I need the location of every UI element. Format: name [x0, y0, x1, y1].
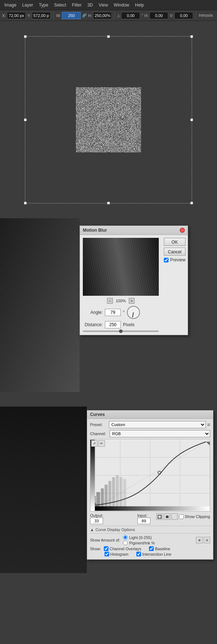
- handle-mid-right[interactable]: [190, 118, 193, 121]
- menu-3d[interactable]: 3D: [84, 0, 95, 10]
- v-label: V:: [170, 13, 173, 18]
- channel-overlays-label: Channel Overlays: [110, 547, 141, 551]
- curve-display-options-row[interactable]: ▲ Curve Display Options: [90, 527, 210, 532]
- show-clipping-label: Show Clipping: [185, 514, 210, 519]
- grid-large-button[interactable]: ⊟: [204, 537, 210, 543]
- preset-row: Preset: Custom ≡: [90, 421, 210, 428]
- angle-field: △: [117, 12, 140, 19]
- svg-rect-18: [95, 506, 210, 511]
- menu-bar: Image Layer Type Select Filter 3D View W…: [0, 0, 217, 10]
- preset-select[interactable]: Custom: [109, 421, 206, 428]
- preset-label: Preset:: [90, 422, 107, 427]
- distance-slider[interactable]: [83, 331, 159, 332]
- motion-blur-preview-image: [83, 238, 159, 296]
- light-radio[interactable]: [123, 535, 128, 540]
- curve-display-options-label: Curve Display Options: [95, 527, 135, 532]
- curves-title: Curves: [90, 412, 105, 417]
- menu-filter[interactable]: Filter: [69, 0, 85, 10]
- menu-help[interactable]: Help: [132, 0, 147, 10]
- input-value-input[interactable]: [137, 518, 150, 524]
- show-label: Show:: [90, 547, 102, 551]
- output-value-input[interactable]: [90, 518, 103, 524]
- histogram-checkbox[interactable]: [105, 552, 109, 556]
- separator-2: [90, 533, 210, 534]
- curve-draw-tool[interactable]: ✏: [98, 440, 105, 447]
- handle-top-right[interactable]: [190, 35, 193, 38]
- h2-field: H:: [144, 12, 168, 19]
- menu-view[interactable]: View: [96, 0, 111, 10]
- curve-select-tool[interactable]: ↗: [91, 440, 98, 447]
- output-box: Output:: [90, 513, 103, 524]
- center-crosshair: [107, 118, 110, 122]
- motion-blur-title: Motion Blur: [83, 228, 107, 233]
- preview-zoom-controls: − 100% +: [83, 298, 159, 304]
- handle-bottom-left[interactable]: [24, 202, 27, 205]
- zoom-in-button[interactable]: +: [129, 298, 135, 304]
- pixels-label: Pixels: [123, 322, 135, 327]
- h2-input[interactable]: [149, 12, 168, 19]
- show-amount-label: Show Amount of:: [90, 538, 120, 542]
- angle-input[interactable]: [121, 12, 140, 19]
- histogram-checkbox-item: Histogram: [105, 552, 128, 556]
- output-input-section: Output: Input: 🔲 🔳 ⬜ Show Clipping: [90, 513, 210, 524]
- curves-dialog: Curves Preset: Custom ≡ Channel: RGB: [87, 410, 213, 560]
- distance-value-input[interactable]: [105, 321, 121, 328]
- transform-bounding-box[interactable]: [25, 36, 192, 203]
- h-input[interactable]: [93, 12, 112, 19]
- angle-icon: △: [117, 13, 120, 17]
- baseline-checkbox[interactable]: [149, 546, 154, 551]
- curves-graph[interactable]: ↗ ✏: [90, 439, 210, 512]
- input-label: Input:: [137, 513, 148, 518]
- angle-value-input[interactable]: [105, 309, 121, 316]
- motion-blur-preview-area: [83, 238, 159, 296]
- motion-blur-close-button[interactable]: [180, 228, 185, 233]
- curves-title-bar: Curves: [87, 411, 213, 419]
- handle-mid-left[interactable]: [24, 118, 27, 121]
- degree-symbol-1: °: [141, 13, 143, 17]
- curves-background-image: [0, 407, 87, 573]
- preview-checkbox[interactable]: [164, 258, 169, 262]
- motion-blur-area: Motion Blur − 100% + Angle:: [0, 218, 217, 407]
- distance-slider-container: [83, 331, 159, 332]
- intersection-checkbox[interactable]: [136, 552, 141, 556]
- h-field: H:: [88, 12, 112, 19]
- handle-top-center[interactable]: [107, 35, 110, 38]
- eyedropper-black-point[interactable]: 🔲: [156, 513, 163, 520]
- options-icon[interactable]: ≡: [207, 422, 210, 428]
- histogram-label: Histogram: [110, 552, 128, 556]
- menu-window[interactable]: Window: [111, 0, 132, 10]
- channel-overlays-checkbox[interactable]: [104, 546, 109, 551]
- grid-small-button[interactable]: ⊞: [196, 537, 203, 543]
- v-input[interactable]: [174, 12, 193, 19]
- svg-rect-14: [116, 475, 119, 511]
- eyedropper-gray-point[interactable]: 🔳: [164, 513, 170, 520]
- y-input[interactable]: [32, 12, 51, 19]
- ok-button[interactable]: OK: [164, 238, 186, 246]
- x-input[interactable]: [7, 12, 26, 19]
- angle-needle: [132, 312, 134, 317]
- menu-select[interactable]: Select: [51, 0, 69, 10]
- zoom-out-button[interactable]: −: [107, 298, 113, 304]
- menu-layer[interactable]: Layer: [19, 0, 36, 10]
- show-clipping-checkbox[interactable]: [179, 514, 184, 519]
- menu-image[interactable]: Image: [1, 0, 19, 10]
- channel-overlays-checkbox-item: Channel Overlays: [104, 546, 141, 551]
- menu-type[interactable]: Type: [36, 0, 51, 10]
- eyedropper-white-point[interactable]: ⬜: [171, 513, 178, 520]
- channel-select[interactable]: RGB: [110, 430, 210, 437]
- w-input[interactable]: [62, 12, 81, 19]
- pigment-radio[interactable]: [123, 540, 128, 545]
- svg-rect-13: [112, 477, 115, 511]
- handle-top-left[interactable]: [24, 35, 27, 38]
- cancel-button[interactable]: Cancel: [164, 248, 186, 256]
- handle-bottom-right[interactable]: [190, 202, 193, 205]
- angle-wheel[interactable]: [127, 306, 140, 319]
- svg-rect-15: [119, 477, 122, 511]
- baseline-label: Baseline: [155, 547, 170, 551]
- output-label: Output:: [90, 513, 103, 518]
- handle-bottom-center[interactable]: [107, 202, 110, 205]
- channel-label: Channel:: [90, 432, 107, 436]
- distance-slider-thumb[interactable]: [119, 329, 123, 333]
- blur-streaks: [83, 238, 159, 296]
- w-field: W:: [56, 12, 81, 19]
